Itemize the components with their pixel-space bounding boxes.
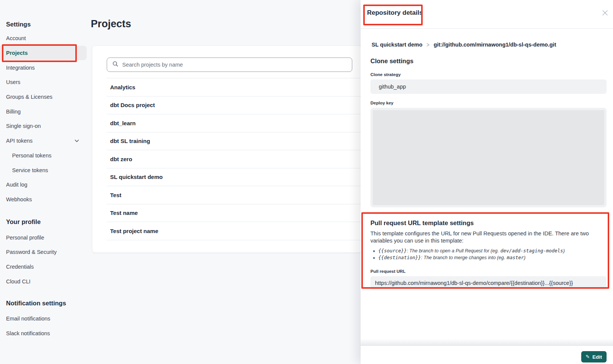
pull-request-url-value: https://github.com/mirnawong1/db-sl-qs-d… bbox=[370, 276, 607, 290]
project-row-test-name[interactable]: Test name bbox=[107, 204, 361, 222]
repository-details-drawer: Repository details SL quickstart demo > … bbox=[361, 0, 613, 364]
project-row-test[interactable]: Test bbox=[107, 186, 361, 204]
sidebar-item-account[interactable]: Account bbox=[0, 31, 88, 46]
drawer-body: SL quickstart demo > git://github.com/mi… bbox=[361, 42, 613, 290]
sidebar-item-slack-notifications[interactable]: Slack notifications bbox=[0, 326, 88, 341]
sidebar-item-projects[interactable]: Projects bbox=[0, 46, 87, 61]
deploy-key-field bbox=[370, 108, 607, 207]
pull-request-url-label: Pull request URL bbox=[370, 269, 607, 274]
chevron-down-icon bbox=[74, 138, 79, 143]
breadcrumb-separator-icon: > bbox=[426, 41, 429, 48]
pr-template-variables-list: ● {{source}}: The branch to open a Pull … bbox=[370, 247, 607, 261]
sidebar-item-password-security[interactable]: Password & Security bbox=[0, 245, 88, 260]
drawer-footer: ✎ Edit bbox=[361, 345, 613, 364]
sidebar-item-service-tokens[interactable]: Service tokens bbox=[0, 163, 88, 177]
sidebar-item-users[interactable]: Users bbox=[0, 75, 88, 90]
settings-sidebar: Settings Account Projects Integrations U… bbox=[0, 0, 88, 364]
close-icon[interactable] bbox=[602, 10, 608, 16]
search-input[interactable] bbox=[122, 62, 352, 68]
sidebar-title: Settings bbox=[6, 21, 31, 28]
projects-card: Analytics dbt Docs project dbt_learn dbt… bbox=[92, 45, 361, 253]
project-row-analytics[interactable]: Analytics bbox=[107, 78, 361, 96]
page-title: Projects bbox=[91, 18, 131, 30]
variable-destination: {{destination}} bbox=[378, 255, 421, 260]
clone-settings-heading: Clone settings bbox=[370, 58, 607, 65]
breadcrumb: SL quickstart demo > git://github.com/mi… bbox=[370, 42, 607, 48]
edit-button-label: Edit bbox=[593, 354, 602, 360]
example-destination-branch: master bbox=[507, 255, 524, 260]
sidebar-item-groups-licenses[interactable]: Groups & Licenses bbox=[0, 90, 88, 104]
footer-scroll-shadow bbox=[361, 339, 613, 345]
sidebar-item-email-notifications[interactable]: Email notifications bbox=[0, 311, 88, 326]
list-item: ● {{source}}: The branch to open a Pull … bbox=[370, 247, 607, 254]
pencil-icon: ✎ bbox=[586, 354, 590, 359]
project-row-dbt-zero[interactable]: dbt zero bbox=[107, 150, 361, 168]
list-item: ● {{destination}}: The branch to merge c… bbox=[370, 254, 607, 261]
sidebar-item-label: API tokens bbox=[6, 138, 33, 144]
edit-button[interactable]: ✎ Edit bbox=[581, 351, 607, 362]
project-search[interactable] bbox=[107, 58, 352, 72]
sidebar-item-credentials[interactable]: Credentials bbox=[0, 260, 88, 274]
sidebar-list: Account Projects Integrations Users Grou… bbox=[0, 31, 88, 341]
deploy-key-label: Deploy key bbox=[370, 101, 607, 105]
pr-template-description: This template configures the URL for new… bbox=[370, 230, 594, 244]
search-icon bbox=[112, 61, 118, 68]
project-row-dbt-sl-training[interactable]: dbt SL training bbox=[107, 132, 361, 151]
project-list: Analytics dbt Docs project dbt_learn dbt… bbox=[107, 78, 361, 240]
sidebar-heading-your-profile: Your profile bbox=[0, 213, 88, 230]
sidebar-item-audit-log[interactable]: Audit log bbox=[0, 177, 88, 192]
sidebar-item-single-sign-on[interactable]: Single sign-on bbox=[0, 119, 88, 134]
deploy-key-redacted-value bbox=[373, 110, 604, 205]
sidebar-item-billing[interactable]: Billing bbox=[0, 104, 88, 119]
clone-strategy-value: github_app bbox=[370, 79, 607, 94]
sidebar-heading-notification-settings: Notification settings bbox=[0, 295, 88, 311]
sidebar-item-cloud-cli[interactable]: Cloud CLI bbox=[0, 274, 88, 289]
pr-template-heading: Pull request URL template settings bbox=[370, 219, 607, 227]
sidebar-item-webhooks[interactable]: Webhooks bbox=[0, 192, 88, 207]
project-row-dbt-docs-project[interactable]: dbt Docs project bbox=[107, 96, 361, 115]
project-row-test-project-name[interactable]: Test project name bbox=[107, 222, 361, 240]
sidebar-item-api-tokens[interactable]: API tokens bbox=[0, 134, 88, 148]
example-source-branch: dev/add-staging-models bbox=[501, 248, 563, 254]
clone-strategy-label: Clone strategy bbox=[370, 72, 607, 77]
sidebar-item-integrations[interactable]: Integrations bbox=[0, 60, 88, 75]
sidebar-item-personal-tokens[interactable]: Personal tokens bbox=[0, 148, 88, 163]
variable-source: {{source}} bbox=[378, 248, 407, 254]
bullet-icon: ● bbox=[373, 255, 375, 261]
breadcrumb-project[interactable]: SL quickstart demo bbox=[372, 42, 422, 48]
bullet-icon: ● bbox=[373, 248, 375, 254]
pull-request-template-section: Pull request URL template settings This … bbox=[370, 219, 607, 290]
project-row-dbt-learn[interactable]: dbt_learn bbox=[107, 114, 361, 132]
project-row-sl-quickstart-demo[interactable]: SL quickstart demo bbox=[107, 168, 361, 187]
drawer-title: Repository details bbox=[367, 9, 423, 17]
sidebar-item-personal-profile[interactable]: Personal profile bbox=[0, 230, 88, 245]
breadcrumb-repo-url: git://github.com/mirnawong1/db-sl-qs-dem… bbox=[434, 42, 556, 48]
drawer-header: Repository details bbox=[361, 0, 613, 29]
